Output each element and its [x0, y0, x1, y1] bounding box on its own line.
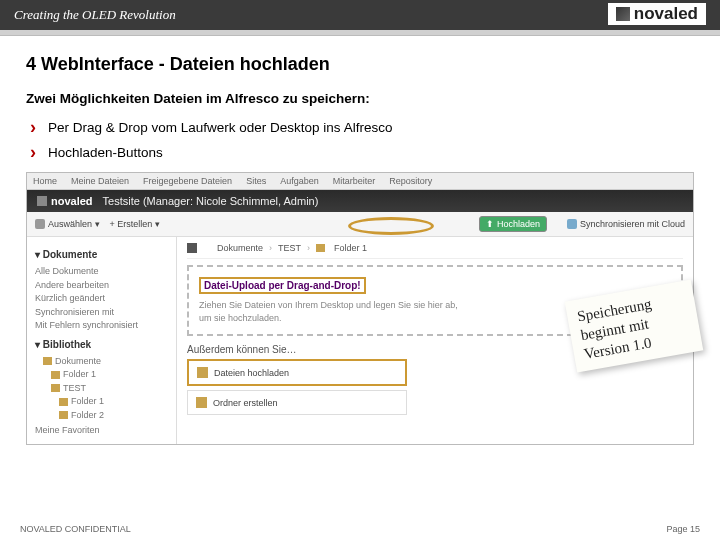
- tree-item[interactable]: Folder 1: [51, 368, 168, 382]
- folder-icon: [51, 371, 60, 379]
- upload-files-link[interactable]: Dateien hochladen: [187, 359, 407, 386]
- folder-icon: [51, 384, 60, 392]
- sidebar-item[interactable]: Andere bearbeiten: [35, 279, 168, 293]
- tab[interactable]: Mitarbeiter: [333, 176, 376, 186]
- list-icon[interactable]: [187, 243, 197, 253]
- tab[interactable]: Home: [33, 176, 57, 186]
- create-folder-link[interactable]: Ordner erstellen: [187, 390, 407, 415]
- sidebar-item[interactable]: Meine Favoriten: [35, 424, 168, 438]
- folder-icon: [196, 397, 207, 408]
- highlight-oval: [348, 217, 434, 235]
- nav-tabs: Home Meine Dateien Freigegebene Dateien …: [27, 173, 693, 190]
- dropzone-sub: Ziehen Sie Dateien von Ihrem Desktop und…: [199, 299, 459, 324]
- select-icon: [35, 219, 45, 229]
- upload-button[interactable]: ⬆ Hochladen: [479, 216, 547, 232]
- crumb-item[interactable]: TEST: [278, 243, 301, 253]
- sidebar: ▾ Dokumente Alle Dokumente Andere bearbe…: [27, 237, 177, 444]
- tab[interactable]: Sites: [246, 176, 266, 186]
- dropzone-title: Datei-Upload per Drag-and-Drop!: [199, 277, 366, 294]
- folder-icon: [59, 411, 68, 419]
- page-subheading: Zwei Möglichkeiten Dateien im Alfresco z…: [26, 91, 694, 106]
- tree-item[interactable]: Folder 1: [59, 395, 168, 409]
- tagline: Creating the OLED Revolution: [14, 7, 176, 23]
- upload-icon: [197, 367, 208, 378]
- footer-left: NOVALED CONFIDENTIAL: [20, 524, 131, 534]
- cloud-icon: [567, 219, 577, 229]
- breadcrumb: Dokumente› TEST› Folder 1: [187, 243, 683, 259]
- tree-item[interactable]: TEST: [51, 382, 168, 396]
- create-button[interactable]: + Erstellen ▾: [110, 219, 160, 229]
- sidebar-item[interactable]: Kürzlich geändert: [35, 292, 168, 306]
- screenshot-wrapper: Home Meine Dateien Freigegebene Dateien …: [26, 172, 694, 445]
- tab[interactable]: Meine Dateien: [71, 176, 129, 186]
- folder-icon: [43, 357, 52, 365]
- folder-icon: [316, 244, 325, 252]
- tree-item[interactable]: Dokumente: [43, 355, 168, 369]
- tab[interactable]: Repository: [389, 176, 432, 186]
- sidebar-item[interactable]: Alle Dokumente: [35, 265, 168, 279]
- select-button[interactable]: Auswählen ▾: [35, 219, 100, 229]
- site-title: Testsite (Manager: Nicole Schimmel, Admi…: [103, 195, 319, 207]
- brand-logo: novaled: [608, 3, 706, 25]
- tree-item[interactable]: Folder 2: [59, 409, 168, 423]
- sync-button[interactable]: Synchronisieren mit Cloud: [567, 219, 685, 229]
- bullet-item: Hochladen-Buttons: [26, 143, 694, 168]
- site-logo: novaled: [37, 195, 93, 207]
- bullet-item: Per Drag & Drop vom Laufwerk oder Deskto…: [26, 118, 694, 143]
- sidebar-section[interactable]: ▾ Dokumente: [35, 247, 168, 262]
- footer: NOVALED CONFIDENTIAL Page 15: [0, 524, 720, 534]
- footer-right: Page 15: [666, 524, 700, 534]
- bullet-list: Per Drag & Drop vom Laufwerk oder Deskto…: [26, 118, 694, 168]
- site-header: novaled Testsite (Manager: Nicole Schimm…: [27, 190, 693, 212]
- page-title: 4 WebInterface - Dateien hochladen: [26, 54, 694, 75]
- sidebar-item[interactable]: Synchronisieren mit: [35, 306, 168, 320]
- tab[interactable]: Aufgaben: [280, 176, 319, 186]
- folder-icon: [59, 398, 68, 406]
- crumb-item[interactable]: Folder 1: [334, 243, 367, 253]
- sidebar-section[interactable]: ▾ Bibliothek: [35, 337, 168, 352]
- tab[interactable]: Freigegebene Dateien: [143, 176, 232, 186]
- sidebar-item[interactable]: Mit Fehlern synchronisiert: [35, 319, 168, 333]
- crumb-item[interactable]: Dokumente: [217, 243, 263, 253]
